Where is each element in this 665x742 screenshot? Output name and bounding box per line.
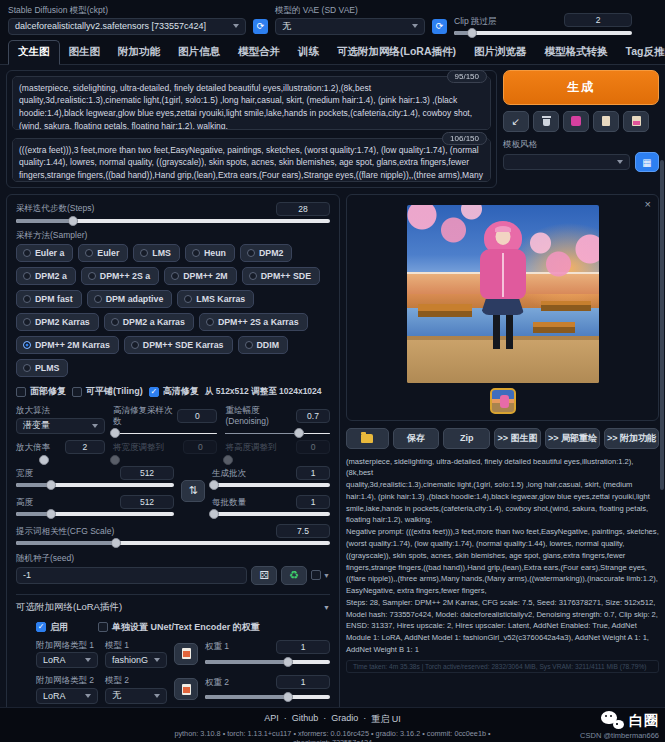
sampler-option[interactable]: LMS Karras <box>177 290 254 308</box>
clear-prompt-button[interactable] <box>533 111 559 132</box>
refresh-vae-button[interactable]: ⟳ <box>432 19 447 34</box>
sampler-option[interactable]: PLMS <box>16 359 68 377</box>
tab-img2img[interactable]: 图生图 <box>60 41 110 64</box>
width-slider[interactable] <box>16 483 174 487</box>
sampler-option[interactable]: Heun <box>185 244 235 262</box>
seed-input[interactable] <box>16 567 247 584</box>
clip-skip-slider[interactable] <box>454 31 632 35</box>
api-link[interactable]: API <box>264 713 279 726</box>
tab-model-converter[interactable]: 模型格式转换 <box>536 41 617 64</box>
denoising-value[interactable]: 0.7 <box>296 409 330 423</box>
height-value[interactable]: 512 <box>120 495 174 509</box>
apply-style-button[interactable] <box>593 111 619 132</box>
styles-apply-button[interactable]: ▦ <box>635 152 659 172</box>
styles-select[interactable] <box>503 154 630 170</box>
generated-image[interactable] <box>407 205 599 383</box>
lora-weight-value[interactable]: 1 <box>276 675 330 689</box>
lora-weight-slider[interactable] <box>205 695 330 699</box>
reuse-seed-button[interactable]: ♻ <box>281 566 307 585</box>
batch-count-value[interactable]: 1 <box>296 466 330 480</box>
batch-size-slider[interactable] <box>212 512 330 516</box>
clip-skip-value[interactable]: 2 <box>564 13 632 27</box>
refresh-checkpoint-button[interactable]: ⟳ <box>253 19 268 34</box>
tab-txt2img[interactable]: 文生图 <box>8 40 60 65</box>
lora-section-title[interactable]: 可选附加网络(LoRA插件) <box>16 601 122 614</box>
lora-separate-weights-toggle[interactable]: 单独设置 UNet/Text Encoder 的权重 <box>98 621 260 634</box>
tab-tagger[interactable]: Tag反推(Tagger) <box>617 41 665 64</box>
hires-fix-toggle[interactable]: ✓高清修复 <box>149 385 199 398</box>
prompt-input[interactable]: (masterpiece, sidelighting, ultra-detail… <box>12 76 491 130</box>
hires-steps-value[interactable]: 0 <box>177 409 217 423</box>
sampler-option[interactable]: Euler a <box>16 244 73 262</box>
lora-type-select[interactable]: LoRA <box>36 652 98 668</box>
cfg-scale-value[interactable]: 7.5 <box>276 524 330 538</box>
sampler-option[interactable]: DPM2 <box>240 244 292 262</box>
checkpoint-select[interactable]: dalceforealistictallyv2.safetensors [733… <box>8 18 246 35</box>
batch-size-value[interactable]: 1 <box>296 495 330 509</box>
save-style-button[interactable] <box>623 111 649 132</box>
lora-model-info-button[interactable] <box>174 643 198 665</box>
scrollbar[interactable] <box>660 160 664 490</box>
tab-additional-networks[interactable]: 可选附加网络(LoRA插件) <box>328 41 465 64</box>
reload-ui-link[interactable]: 重启 UI <box>371 713 401 726</box>
tab-png-info[interactable]: 图片信息 <box>169 41 229 64</box>
tab-train[interactable]: 训练 <box>289 41 328 64</box>
paste-params-button[interactable]: ↙ <box>503 111 529 132</box>
close-icon[interactable]: × <box>645 198 651 210</box>
zip-button[interactable]: Zip <box>443 428 490 449</box>
github-link[interactable]: Github <box>292 713 319 726</box>
sampler-option[interactable]: Euler <box>78 244 128 262</box>
sampler-option[interactable]: DPM++ SDE <box>242 267 320 285</box>
height-slider[interactable] <box>16 512 174 516</box>
sampler-option[interactable]: DPM2 a Karras <box>104 313 194 331</box>
hires-steps-slider[interactable] <box>113 433 218 434</box>
open-folder-button[interactable] <box>346 428 389 449</box>
send-to-img2img-button[interactable]: >> 图生图 <box>494 428 541 449</box>
collapse-arrow-icon[interactable]: ▼ <box>323 604 330 611</box>
restore-faces-toggle[interactable]: 面部修复 <box>16 385 66 398</box>
steps-value[interactable]: 28 <box>276 202 330 216</box>
denoising-slider[interactable] <box>225 433 330 434</box>
tab-extras[interactable]: 附加功能 <box>109 41 169 64</box>
upscale-by-value[interactable]: 2 <box>65 440 105 454</box>
width-value[interactable]: 512 <box>120 466 174 480</box>
lora-model-info-button[interactable] <box>174 678 198 700</box>
lora-model-select[interactable]: 无 <box>105 688 167 704</box>
seed-extra-toggle[interactable]: ▼ <box>311 570 330 580</box>
extra-networks-button[interactable] <box>563 111 589 132</box>
cfg-scale-slider[interactable] <box>16 541 330 545</box>
tiling-toggle[interactable]: 可平铺(Tiling) <box>72 385 143 398</box>
sampler-option[interactable]: DPM fast <box>16 290 82 308</box>
upscaler-select[interactable]: 潜变量 <box>16 418 105 434</box>
sampler-option[interactable]: LMS <box>133 244 180 262</box>
generate-button[interactable]: 生成 <box>503 70 659 105</box>
sampler-option-selected[interactable]: DPM++ 2M Karras <box>16 336 119 354</box>
sampler-option[interactable]: DPM2 Karras <box>16 313 99 331</box>
batch-count-slider[interactable] <box>212 483 330 487</box>
steps-slider[interactable] <box>16 219 330 223</box>
gallery-thumbnail[interactable] <box>490 388 516 414</box>
lora-weight-value[interactable]: 1 <box>276 640 330 654</box>
lora-weight-slider[interactable] <box>205 660 330 664</box>
sampler-option[interactable]: DPM2 a <box>16 267 76 285</box>
tab-checkpoint-merger[interactable]: 模型合并 <box>229 41 289 64</box>
random-seed-button[interactable]: ⚄ <box>251 566 277 585</box>
vae-select[interactable]: 无 <box>275 18 425 35</box>
sampler-option[interactable]: DDIM <box>238 336 288 354</box>
lora-type-select[interactable]: LoRA <box>36 688 98 704</box>
send-to-extras-button[interactable]: >> 附加功能 <box>604 428 659 449</box>
gradio-link[interactable]: Gradio <box>331 713 358 726</box>
send-to-inpaint-button[interactable]: >> 局部重绘 <box>545 428 600 449</box>
lora-enable-toggle[interactable]: ✓启用 <box>36 621 68 634</box>
sampler-option[interactable]: DPM++ 2S a Karras <box>199 313 308 331</box>
negative-prompt-input[interactable]: (((extra feet))),3 feet,more than two fe… <box>12 138 491 182</box>
sampler-option[interactable]: DPM adaptive <box>87 290 173 308</box>
tab-image-browser[interactable]: 图片浏览器 <box>465 41 536 64</box>
sampler-option[interactable]: DPM++ SDE Karras <box>124 336 233 354</box>
swap-dimensions-button[interactable]: ⇅ <box>181 480 205 502</box>
save-button[interactable]: 保存 <box>393 428 440 449</box>
lora-model-select[interactable]: fashionG <box>105 652 167 668</box>
sampler-option[interactable]: DPM++ 2M <box>164 267 237 285</box>
sampler-option[interactable]: DPM++ 2S a <box>81 267 159 285</box>
generate-column: 生成 ↙ 模板风格 ▦ <box>503 70 659 188</box>
